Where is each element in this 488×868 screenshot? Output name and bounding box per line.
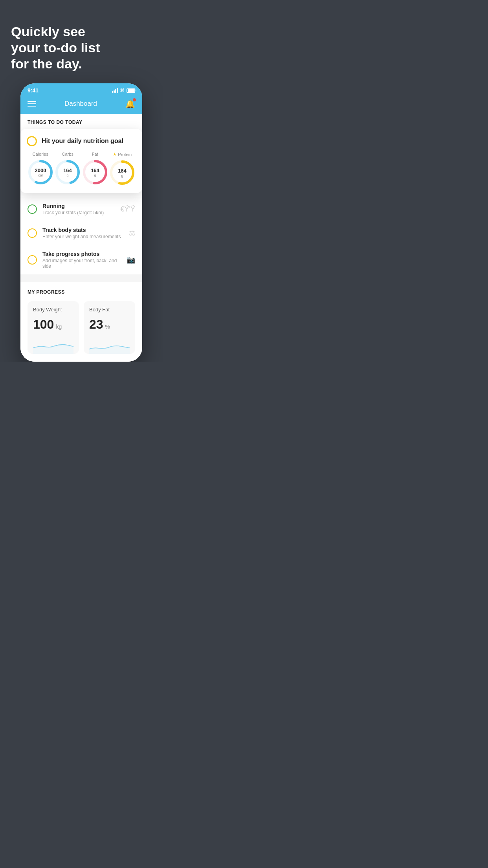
running-checkbox[interactable] xyxy=(28,204,37,214)
running-icon: €Ÿ'Ÿ xyxy=(121,205,135,213)
protein-label-container: ★ Protein xyxy=(113,152,132,157)
nutrition-rings: Calories 2000 cal Carbs xyxy=(27,152,136,186)
calories-label: Calories xyxy=(33,152,48,156)
phone-frame: 9:41 ⌘ Dashboard 🔔 xyxy=(20,83,142,362)
photos-checkbox[interactable] xyxy=(28,255,37,265)
signal-icon xyxy=(112,88,118,93)
app-header: Dashboard 🔔 xyxy=(20,96,142,114)
calories-value: 2000 xyxy=(35,168,46,174)
battery-icon xyxy=(127,88,135,93)
things-heading: THINGS TO DO TODAY xyxy=(28,120,135,125)
photos-text: Take progress photos Add images of your … xyxy=(42,251,121,269)
running-subtitle: Track your stats (target: 5km) xyxy=(42,210,115,215)
todo-item-running[interactable]: Running Track your stats (target: 5km) €… xyxy=(20,197,142,221)
fat-unit: g xyxy=(94,174,96,178)
nutrition-checkbox[interactable] xyxy=(27,136,37,146)
nutrition-card: Hit your daily nutrition goal Calories 2… xyxy=(20,129,142,193)
carbs-unit: g xyxy=(67,174,69,178)
progress-heading: MY PROGRESS xyxy=(28,289,135,295)
body-fat-value: 23 xyxy=(89,317,103,332)
status-bar: 9:41 ⌘ xyxy=(20,83,142,96)
things-section-header: THINGS TO DO TODAY xyxy=(20,114,142,129)
progress-section: MY PROGRESS Body Weight 100 kg xyxy=(20,282,142,362)
camera-icon: 📷 xyxy=(127,256,135,264)
phone-mockup: 9:41 ⌘ Dashboard 🔔 xyxy=(20,83,142,362)
photos-title: Take progress photos xyxy=(42,251,121,257)
body-stats-checkbox[interactable] xyxy=(28,228,37,238)
body-weight-unit: kg xyxy=(56,324,62,330)
body-fat-card[interactable]: Body Fat 23 % xyxy=(84,301,135,354)
fat-ring-item: Fat 164 g xyxy=(82,152,108,186)
protein-ring-item: ★ Protein 164 g xyxy=(109,152,136,186)
calories-ring-item: Calories 2000 cal xyxy=(27,152,54,186)
running-title: Running xyxy=(42,203,115,209)
protein-ring: 164 g xyxy=(109,159,136,186)
fat-ring: 164 g xyxy=(82,159,108,186)
app-title: Dashboard xyxy=(64,100,97,108)
calories-ring: 2000 cal xyxy=(27,159,54,186)
body-stats-text: Track body stats Enter your weight and m… xyxy=(42,227,123,239)
body-weight-value-row: 100 kg xyxy=(33,317,73,332)
carbs-value: 164 xyxy=(63,168,72,174)
body-weight-card[interactable]: Body Weight 100 kg xyxy=(28,301,79,354)
body-weight-value: 100 xyxy=(33,317,54,332)
body-fat-label: Body Fat xyxy=(89,307,130,313)
notification-badge xyxy=(133,98,136,101)
carbs-ring-item: Carbs 164 g xyxy=(54,152,81,186)
nutrition-card-header: Hit your daily nutrition goal xyxy=(27,136,136,146)
app-content: THINGS TO DO TODAY Hit your daily nutrit… xyxy=(20,114,142,362)
todo-list: Running Track your stats (target: 5km) €… xyxy=(20,197,142,274)
notifications-button[interactable]: 🔔 xyxy=(125,99,135,108)
todo-item-photos[interactable]: Take progress photos Add images of your … xyxy=(20,245,142,274)
carbs-ring: 164 g xyxy=(54,159,81,186)
hero-title: Quickly see your to-do list for the day. xyxy=(11,24,152,72)
status-time: 9:41 xyxy=(28,87,39,94)
fat-label: Fat xyxy=(92,152,98,156)
fat-value: 164 xyxy=(91,168,99,174)
protein-value: 164 xyxy=(118,168,127,174)
body-fat-chart xyxy=(89,338,130,354)
protein-unit: g xyxy=(121,174,123,178)
body-weight-label: Body Weight xyxy=(33,307,73,313)
running-text: Running Track your stats (target: 5km) xyxy=(42,203,115,215)
calories-unit: cal xyxy=(38,174,43,178)
star-icon: ★ xyxy=(113,152,117,157)
hero-section: Quickly see your to-do list for the day. xyxy=(0,0,163,83)
protein-label: Protein xyxy=(118,152,132,157)
menu-button[interactable] xyxy=(28,101,36,107)
scale-icon: ⚖ xyxy=(129,229,135,237)
photos-subtitle: Add images of your front, back, and side xyxy=(42,258,121,269)
wifi-icon: ⌘ xyxy=(120,88,125,93)
body-stats-subtitle: Enter your weight and measurements xyxy=(42,234,123,239)
nutrition-card-title: Hit your daily nutrition goal xyxy=(42,138,123,145)
todo-item-body-stats[interactable]: Track body stats Enter your weight and m… xyxy=(20,221,142,245)
carbs-label: Carbs xyxy=(62,152,73,156)
body-stats-title: Track body stats xyxy=(42,227,123,233)
body-fat-unit: % xyxy=(105,324,110,330)
status-icons: ⌘ xyxy=(112,88,135,93)
body-weight-chart xyxy=(33,338,73,354)
body-fat-value-row: 23 % xyxy=(89,317,130,332)
progress-cards: Body Weight 100 kg xyxy=(28,301,135,354)
